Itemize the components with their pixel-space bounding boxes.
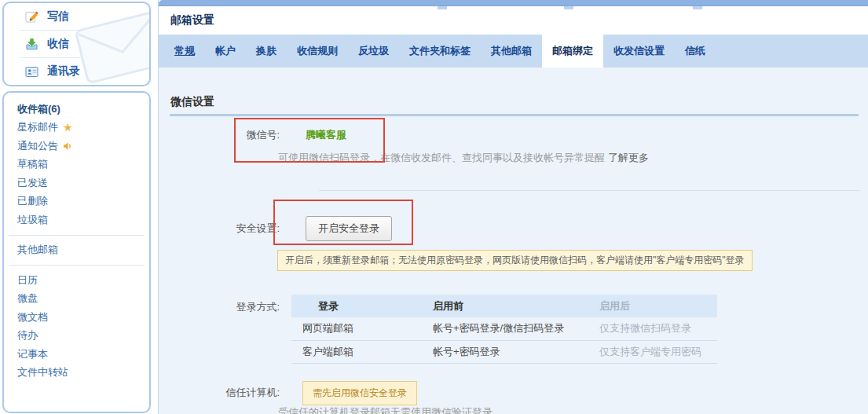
sidebar-item-drafts[interactable]: 草稿箱 [4,156,149,174]
compose-icon [25,10,39,24]
tab-antispam[interactable]: 反垃圾 [348,35,399,68]
topbar-mark [438,6,447,9]
trusted-computer-row: 信任计算机: 需先启用微信安全登录 [159,381,868,405]
trusted-computer-badge: 需先启用微信安全登录 [302,381,417,405]
divider [9,265,145,266]
trusted-computer-label: 信任计算机: [159,381,280,400]
sidebar-item-other-mailbox[interactable]: 其他邮箱 [4,241,149,260]
sidebar-item-weidoc[interactable]: 微文档 [4,308,149,327]
security-settings-label: 安全设置: [159,222,280,236]
star-icon: ★ [63,122,73,133]
sidebar-item-file-transfer[interactable]: 文件中转站 [4,364,149,383]
settings-tabbar: 常规 帐户 换肤 收信规则 反垃圾 文件夹和标签 其他邮箱 邮箱绑定 收发信设置… [159,35,868,68]
column-header: 登录 [291,295,422,317]
heading-rule [170,114,859,116]
sidebar-item-spam[interactable]: 垃圾箱 [4,211,149,229]
sidebar-folders-panel: 收件箱(6) 星标邮件 ★ 通知公告 草稿箱 已发送 已删除 垃圾箱 [2,91,151,413]
sidebar-item-sent[interactable]: 已发送 [4,174,149,192]
wechat-id-label: 微信号: [159,128,280,142]
title-bar: 邮箱设置 [159,6,868,35]
contacts-icon [25,65,39,79]
sidebar-item-inbox[interactable]: 收件箱(6) [4,100,149,119]
settings-content: 微信设置 微信号: 腾曦客服 可使用微信扫码登录，在微信收发邮件、查找同事以及接… [159,68,868,414]
column-header: 启用后 [588,295,717,317]
tab-other-mailbox[interactable]: 其他邮箱 [481,35,542,68]
sidebar-actions-panel: 写信 收信 通讯录 [2,2,151,86]
sidebar-item-compose[interactable]: 写信 [4,3,149,30]
tab-mailbox-binding[interactable]: 邮箱绑定 [542,35,603,68]
sidebar-item-starred[interactable]: 星标邮件 ★ [4,119,149,137]
secure-login-tooltip: 开启后，须重新登录邮箱；无法使用原密码登录，网页版请使用微信扫码，客户端请使用"… [277,250,753,271]
wechat-id-value: 腾曦客服 [306,128,346,142]
sidebar-item-label: 写信 [47,9,69,24]
sidebar: 写信 收信 通讯录 收件箱(6) 星标邮件 [2,2,151,413]
tab-skin[interactable]: 换肤 [246,35,287,68]
tab-mail-rules[interactable]: 收信规则 [287,35,348,68]
login-methods-row: 登录方式: 登录 启用前 启用后 网页端邮箱 帐号+密码登录/微信扫码登录 仅支… [159,295,868,364]
section-heading: 微信设置 [170,95,214,109]
page-title: 邮箱设置 [170,13,214,27]
sidebar-item-label: 收信 [47,37,69,51]
security-settings-row: 安全设置: 开启安全登录 [159,216,868,241]
top-blue-bar [159,0,868,6]
table-row: 客户端邮箱 帐号+密码登录 仅支持客户端专用密码 [291,340,717,363]
topbar-mark [693,6,702,9]
trusted-computer-desc: 受信任的计算机登录邮箱无需使用微信验证登录 [278,405,493,414]
sidebar-item-calendar[interactable]: 日历 [4,271,149,290]
login-methods-table: 登录 启用前 启用后 网页端邮箱 帐号+密码登录/微信扫码登录 仅支持微信扫码登… [291,295,717,364]
wechat-desc: 可使用微信扫码登录，在微信收发邮件、查找同事以及接收帐号异常提醒了解更多 [278,151,649,165]
topbar-mark [564,6,573,9]
tab-stationery[interactable]: 信纸 [675,35,716,68]
inbox-icon [25,38,39,51]
divider [319,190,860,191]
sidebar-item-notes[interactable]: 记事本 [4,345,149,364]
settings-main-panel: 邮箱设置 常规 帐户 换肤 收信规则 反垃圾 文件夹和标签 其他邮箱 邮箱绑定 … [158,0,868,414]
sidebar-item-todo[interactable]: 待办 [4,327,149,346]
divider [9,235,145,236]
table-header-row: 登录 启用前 启用后 [291,295,717,317]
sidebar-item-announcements[interactable]: 通知公告 [4,137,149,156]
login-methods-label: 登录方式: [159,295,280,314]
tab-general[interactable]: 常规 [164,35,205,68]
sidebar-item-contacts[interactable]: 通讯录 [4,58,149,85]
tab-account[interactable]: 帐户 [205,35,246,68]
tab-folders-labels[interactable]: 文件夹和标签 [399,35,481,68]
table-row: 网页端邮箱 帐号+密码登录/微信扫码登录 仅支持微信扫码登录 [291,317,717,340]
learn-more-link[interactable]: 了解更多 [608,152,649,163]
tab-send-receive[interactable]: 收发信设置 [603,35,675,68]
sidebar-item-weipan[interactable]: 微盘 [4,290,149,309]
sidebar-item-label: 通讯录 [47,64,80,79]
sidebar-item-receive[interactable]: 收信 [4,31,149,57]
sidebar-item-deleted[interactable]: 已删除 [4,192,149,211]
speaker-icon [63,141,73,151]
column-header: 启用前 [422,295,588,317]
wechat-id-row: 微信号: 腾曦客服 [159,128,868,142]
enable-secure-login-button[interactable]: 开启安全登录 [306,216,392,241]
